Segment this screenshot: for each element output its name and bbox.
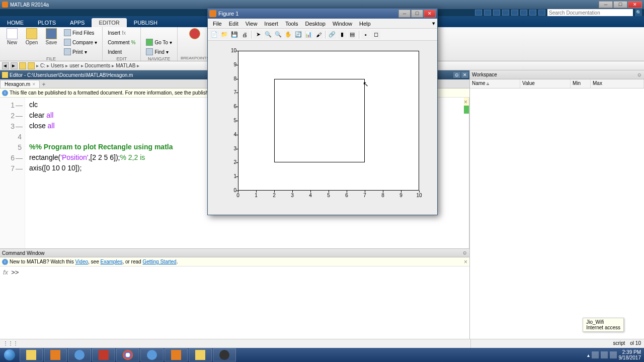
qat-icon[interactable]: [475, 10, 482, 16]
tab-publish[interactable]: PUBLISH: [127, 18, 165, 27]
close-button[interactable]: ✕: [628, 1, 642, 8]
col-name[interactable]: Name ▵: [470, 79, 520, 88]
breakpoints-button[interactable]: [186, 28, 204, 40]
print-icon[interactable]: 🖨: [240, 30, 249, 39]
figure-canvas[interactable]: 012345678910012345678910 ↖: [208, 41, 437, 215]
taskbar-ie[interactable]: [68, 348, 91, 361]
minimize-button[interactable]: ─: [599, 1, 613, 8]
qat-icon[interactable]: [529, 10, 536, 16]
qat-icon[interactable]: [520, 10, 527, 16]
menu-tools[interactable]: Tools: [282, 20, 301, 28]
data-cursor-icon[interactable]: 📊: [304, 30, 313, 39]
figure-titlebar[interactable]: Figure 1 ─ ☐ ✕: [208, 9, 437, 19]
menu-view[interactable]: View: [243, 20, 261, 28]
tab-editor[interactable]: EDITOR: [92, 18, 126, 27]
find-files-button[interactable]: Find Files: [62, 28, 99, 37]
tray-chevron-icon[interactable]: ▴: [587, 352, 590, 358]
col-max[interactable]: Max: [591, 79, 644, 88]
close-button[interactable]: ✕: [424, 10, 436, 18]
zoom-out-icon[interactable]: 🔍: [274, 30, 283, 39]
taskbar-explorer[interactable]: [20, 348, 43, 361]
pointer-icon[interactable]: ➤: [254, 30, 263, 39]
show-tools-icon[interactable]: ◻: [371, 30, 380, 39]
taskbar-matlab[interactable]: [165, 348, 188, 361]
insert-button[interactable]: Insert fx: [106, 28, 137, 37]
menu-window[interactable]: Window: [330, 20, 355, 28]
up-folder-icon[interactable]: [28, 62, 35, 69]
maximize-button[interactable]: ☐: [411, 10, 423, 18]
qat-icon[interactable]: [502, 10, 509, 16]
video-link[interactable]: Video: [75, 259, 88, 264]
menu-help[interactable]: Help: [356, 20, 374, 28]
tray-network-icon[interactable]: [601, 351, 608, 358]
tray-volume-icon[interactable]: [610, 351, 617, 358]
goto-button[interactable]: Go To ▾: [144, 38, 174, 47]
save-button[interactable]: Save: [42, 28, 60, 56]
path-crumb[interactable]: Documents: [85, 63, 111, 68]
tray-clock[interactable]: 2:39 PM9/18/2017: [619, 349, 641, 360]
taskbar-obs[interactable]: [213, 348, 236, 361]
path-crumb[interactable]: user: [69, 63, 79, 68]
save-icon[interactable]: 💾: [230, 30, 239, 39]
col-value[interactable]: Value: [520, 79, 571, 88]
legend-icon[interactable]: ▤: [348, 30, 357, 39]
infobar-close-icon[interactable]: ×: [464, 99, 467, 106]
panel-dropdown-button[interactable]: ⊙: [453, 72, 460, 78]
minimize-button[interactable]: ─: [398, 10, 411, 18]
tray-flag-icon[interactable]: [592, 351, 599, 358]
menu-edit[interactable]: Edit: [226, 20, 242, 28]
help-icon[interactable]: [538, 10, 545, 16]
examples-link[interactable]: Examples: [100, 259, 122, 264]
taskbar-chromium[interactable]: [140, 348, 164, 361]
new-figure-icon[interactable]: 📄: [210, 30, 219, 39]
link-icon[interactable]: 🔗: [328, 30, 337, 39]
menu-file[interactable]: File: [210, 20, 225, 28]
rotate-icon[interactable]: 🔄: [294, 30, 303, 39]
menu-desktop[interactable]: Desktop: [302, 20, 329, 28]
close-icon[interactable]: ×: [32, 81, 35, 87]
back-icon[interactable]: ◄: [2, 62, 9, 69]
open-icon[interactable]: 📁: [220, 30, 229, 39]
path-crumb[interactable]: C:: [40, 63, 45, 68]
panel-dropdown-button[interactable]: ⊙: [461, 250, 468, 256]
menu-chevron-icon[interactable]: ▾: [432, 20, 435, 27]
tab-home[interactable]: HOME: [0, 18, 31, 27]
print-button[interactable]: Print ▾: [62, 47, 99, 56]
qat-icon[interactable]: [493, 10, 500, 16]
pan-icon[interactable]: ✋: [284, 30, 293, 39]
zoom-in-icon[interactable]: 🔍: [264, 30, 273, 39]
path-crumb[interactable]: MATLAB: [116, 63, 135, 68]
start-button[interactable]: [0, 348, 19, 362]
col-min[interactable]: Min: [571, 79, 591, 88]
workspace-body[interactable]: [470, 88, 644, 339]
qat-icon[interactable]: [511, 10, 518, 16]
colorbar-icon[interactable]: ▮: [338, 30, 347, 39]
getting-started-link[interactable]: Getting Started: [142, 259, 176, 264]
forward-icon[interactable]: ►: [11, 62, 18, 69]
maximize-button[interactable]: ☐: [613, 1, 627, 8]
command-window-body[interactable]: fx >>: [0, 266, 469, 339]
tab-plots[interactable]: PLOTS: [31, 18, 63, 27]
search-documentation-input[interactable]: [547, 9, 633, 16]
path-crumb[interactable]: Users: [51, 63, 64, 68]
code-body[interactable]: clc clear all close all %% Program to pl…: [25, 98, 177, 248]
tab-apps[interactable]: APPS: [63, 18, 92, 27]
find-button[interactable]: Find ▾: [144, 47, 174, 56]
file-tab[interactable]: Hexagon.m×: [0, 80, 40, 88]
menu-insert[interactable]: Insert: [261, 20, 281, 28]
taskbar-app[interactable]: [92, 348, 115, 361]
open-button[interactable]: Open: [23, 28, 41, 56]
panel-dropdown-button[interactable]: ⊙: [636, 72, 643, 78]
panel-close-button[interactable]: ✕: [461, 72, 468, 78]
add-tab-button[interactable]: +: [40, 81, 48, 88]
compare-button[interactable]: Compare ▾: [62, 38, 99, 47]
folder-icon[interactable]: [19, 62, 26, 69]
hide-tools-icon[interactable]: ▪: [361, 30, 370, 39]
taskbar-chrome[interactable]: [116, 348, 139, 361]
taskbar-mediaplayer[interactable]: [44, 348, 67, 361]
search-button[interactable]: 🔍: [635, 9, 642, 16]
qat-icon[interactable]: [484, 10, 491, 16]
infobar-close-icon[interactable]: ×: [464, 258, 467, 265]
comment-button[interactable]: Comment %: [106, 38, 137, 47]
indent-button[interactable]: Indent: [106, 47, 137, 56]
